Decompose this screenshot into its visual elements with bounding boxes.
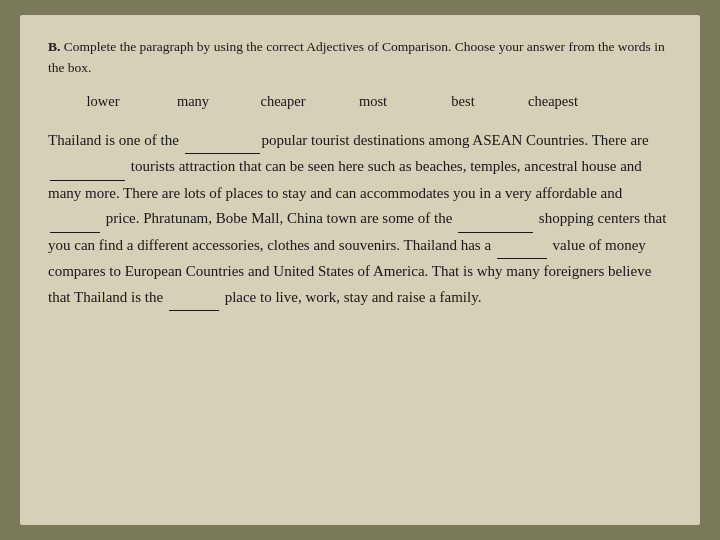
instruction: B. Complete the paragraph by using the c… [48,37,672,79]
word-most: most [328,93,418,110]
word-cheapest: cheapest [508,93,598,110]
word-box: lower many cheaper most best cheapest [48,93,672,110]
instruction-label: B. [48,39,60,54]
blank-2 [50,154,125,181]
para-seg-7: place to live, work, stay and raise a fa… [221,289,482,305]
para-seg-4: price. Phratunam, Bobe Mall, China town … [102,210,456,226]
blank-5 [497,233,547,260]
para-seg-1: Thailand is one of the [48,132,183,148]
blank-6 [169,285,219,312]
word-cheaper: cheaper [238,93,328,110]
blank-3 [50,206,100,233]
word-lower: lower [58,93,148,110]
para-seg-3: tourists attraction that can be seen her… [48,158,642,201]
paragraph: Thailand is one of the popular tourist d… [48,128,672,312]
word-many: many [148,93,238,110]
blank-1 [185,128,260,155]
instruction-text: Complete the paragraph by using the corr… [48,39,665,75]
blank-4 [458,206,533,233]
word-best: best [418,93,508,110]
para-seg-2: popular tourist destinations among ASEAN… [262,132,649,148]
card: B. Complete the paragraph by using the c… [20,15,700,525]
